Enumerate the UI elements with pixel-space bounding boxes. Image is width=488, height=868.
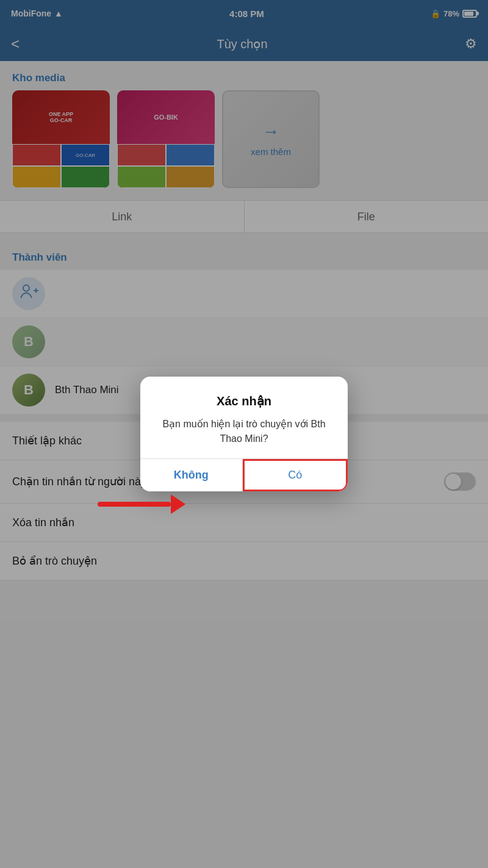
dialog-no-button[interactable]: Không bbox=[140, 459, 243, 491]
arrow-head bbox=[171, 494, 185, 514]
dialog-title: Xác nhận bbox=[155, 394, 333, 408]
arrow-shaft bbox=[98, 502, 171, 507]
dialog-message: Bạn muốn hiện lại trò chuyện với Bth Tha… bbox=[155, 417, 333, 446]
dialog-body: Xác nhận Bạn muốn hiện lại trò chuyện vớ… bbox=[140, 377, 348, 458]
dialog-yes-button[interactable]: Có bbox=[243, 459, 348, 491]
confirm-dialog: Xác nhận Bạn muốn hiện lại trò chuyện vớ… bbox=[140, 377, 348, 491]
dialog-buttons: Không Có bbox=[140, 458, 348, 491]
dialog-overlay: Xác nhận Bạn muốn hiện lại trò chuyện vớ… bbox=[0, 0, 488, 868]
red-arrow-indicator bbox=[98, 494, 185, 514]
